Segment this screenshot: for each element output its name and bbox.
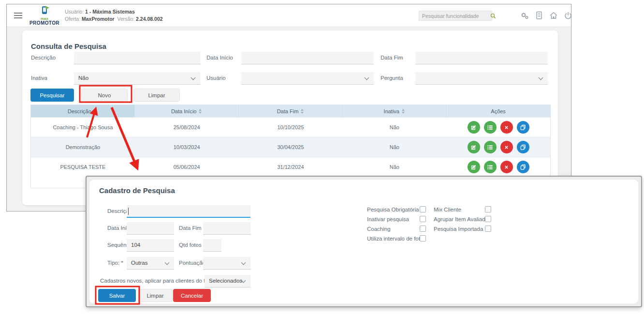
chevron-down-icon <box>165 260 170 265</box>
salvar-button[interactable]: Salvar <box>98 289 136 302</box>
chevron-down-icon <box>241 260 246 265</box>
version-value: 2.24.08.002 <box>136 16 162 22</box>
cadastro-pontuacao-select[interactable] <box>203 257 250 270</box>
filter-usuario-select[interactable] <box>241 72 374 85</box>
cell-acoes <box>446 118 550 137</box>
document-icon[interactable] <box>535 11 543 20</box>
power-icon[interactable] <box>564 11 572 20</box>
phone-icon <box>39 8 50 16</box>
home-icon[interactable] <box>549 11 558 20</box>
duplicate-action-button[interactable] <box>517 121 529 134</box>
filter-data-fim-label: Data Fim <box>381 55 403 60</box>
mix-cliente-checkbox[interactable] <box>485 206 491 212</box>
delete-action-button[interactable] <box>500 141 513 153</box>
edit-action-button[interactable] <box>468 141 480 153</box>
cancelar-button[interactable]: Cancelar <box>173 289 211 302</box>
cell-acoes <box>446 137 550 157</box>
gears-icon[interactable] <box>520 11 529 20</box>
cadastro-aplicar-clientes-select[interactable]: Selecionados <box>205 275 250 287</box>
filter-inativa-select[interactable]: Não <box>74 72 200 85</box>
cell-inativa: Não <box>342 157 446 177</box>
cadastro-qtd-fotos-label: Qtd fotos <box>179 242 202 248</box>
column-header-descricao[interactable]: Descrição <box>31 105 135 117</box>
user-info: Usuário: 1 - Máxima Sistemas Oferta: Max… <box>65 8 163 23</box>
cell-inativa: Não <box>342 118 446 137</box>
cadastro-sequencia-input[interactable]: 104 <box>127 239 174 252</box>
modal-limpar-button[interactable]: Limpar <box>138 289 173 302</box>
cadastro-data-inicio-input[interactable] <box>127 222 174 235</box>
cell-data-inicio: 10/03/2024 <box>135 137 239 157</box>
edit-action-button[interactable] <box>468 161 480 173</box>
table-header-row: Descrição Data Início Data Fim Inativa A… <box>31 105 550 117</box>
list-action-button[interactable] <box>484 141 497 153</box>
edit-action-button[interactable] <box>468 121 480 134</box>
logo-text-max: max <box>27 17 62 20</box>
duplicate-action-button[interactable] <box>517 141 529 153</box>
table-row: Coaching - Thiago Sousa 25/08/2024 10/10… <box>31 117 550 137</box>
checkbox-label: Coaching <box>367 226 391 232</box>
filter-data-fim-input[interactable] <box>415 52 548 64</box>
search-icon[interactable] <box>490 13 498 19</box>
inativar-pesquisa-checkbox[interactable] <box>420 216 426 222</box>
cadastro-descricao-input[interactable] <box>127 205 250 218</box>
novo-button[interactable]: Novo <box>81 89 128 102</box>
column-header-inativa[interactable]: Inativa <box>342 105 446 117</box>
chevron-down-icon <box>191 75 196 80</box>
pesquisa-obrigatoria-checkbox[interactable] <box>420 206 426 212</box>
checkbox-label: Pesquisa Obrigatória <box>367 207 419 212</box>
search-input[interactable] <box>419 13 490 19</box>
text-cursor <box>128 208 129 215</box>
cadastro-aplicar-clientes-label: Cadastros novos, aplicar para clientes d… <box>100 278 213 284</box>
filter-descricao-input[interactable] <box>74 52 200 64</box>
cell-descricao: PESQUISA TESTE <box>31 157 135 177</box>
list-action-button[interactable] <box>484 121 497 134</box>
column-header-data-inicio[interactable]: Data Início <box>135 105 239 117</box>
limpar-button[interactable]: Limpar <box>133 89 180 102</box>
column-header-acoes: Ações <box>446 105 550 117</box>
pesquisa-importada-checkbox[interactable] <box>485 226 491 232</box>
offer-value: MaxPromotor <box>82 16 115 22</box>
filter-inativa-label: Inativa <box>31 75 47 81</box>
cell-data-fim: 30/04/2025 <box>239 137 343 157</box>
column-header-data-fim[interactable]: Data Fim <box>239 105 343 117</box>
table-row: Demonstração 10/03/2024 30/04/2025 Não <box>31 137 550 157</box>
duplicate-action-button[interactable] <box>517 161 529 173</box>
checkbox-label: Agrupar Item Avaliado <box>434 216 488 222</box>
utiliza-intervalo-fotos-checkbox[interactable] <box>420 235 426 242</box>
chevron-down-icon <box>365 75 369 80</box>
menu-icon[interactable] <box>14 13 22 20</box>
agrupar-item-avaliado-checkbox[interactable] <box>485 216 491 222</box>
sort-icon <box>402 109 405 114</box>
cell-descricao: Demonstração <box>31 137 135 157</box>
functionality-search <box>419 11 492 21</box>
cell-inativa: Não <box>342 137 446 157</box>
app-logo: max PROMOTOR <box>27 5 62 26</box>
user-label: Usuário: <box>65 9 84 15</box>
filter-data-inicio-label: Data Início <box>206 55 233 60</box>
cadastro-tipo-select[interactable]: Outras <box>127 257 174 270</box>
delete-action-button[interactable] <box>500 121 513 134</box>
table-row: PESQUISA TESTE 05/06/2024 31/12/2024 Não <box>31 157 550 177</box>
cell-data-fim: 10/10/2025 <box>239 118 343 137</box>
checkbox-label: Pesquisa Importada <box>434 226 483 232</box>
cell-acoes <box>446 157 550 177</box>
list-action-button[interactable] <box>484 161 497 173</box>
cadastro-tipo-label: Tipo: * <box>107 260 123 266</box>
cadastro-pontuacao-label: Pontuação <box>179 260 205 266</box>
cadastro-data-fim-input[interactable] <box>203 222 250 235</box>
sort-icon <box>301 109 304 114</box>
logo-text-promotor: PROMOTOR <box>27 20 62 26</box>
filter-pergunta-select[interactable] <box>415 72 548 85</box>
cadastro-modal: Cadastro de Pesquisa Descrição * Data In… <box>86 176 642 307</box>
cadastro-qtd-fotos-input[interactable] <box>203 239 221 252</box>
checkbox-label: Mix Cliente <box>434 207 461 212</box>
delete-action-button[interactable] <box>500 161 513 173</box>
pesquisar-button[interactable]: Pesquisar <box>30 89 74 102</box>
filter-pergunta-label: Pergunta <box>381 75 403 81</box>
coaching-checkbox[interactable] <box>420 226 426 232</box>
filter-descricao-label: Descrição <box>31 55 56 60</box>
offer-label: Oferta: <box>65 16 80 22</box>
filter-data-inicio-input[interactable] <box>241 52 374 64</box>
cell-data-inicio: 05/06/2024 <box>135 157 239 177</box>
checkbox-label: Utiliza intervalo de fotos <box>367 236 426 242</box>
